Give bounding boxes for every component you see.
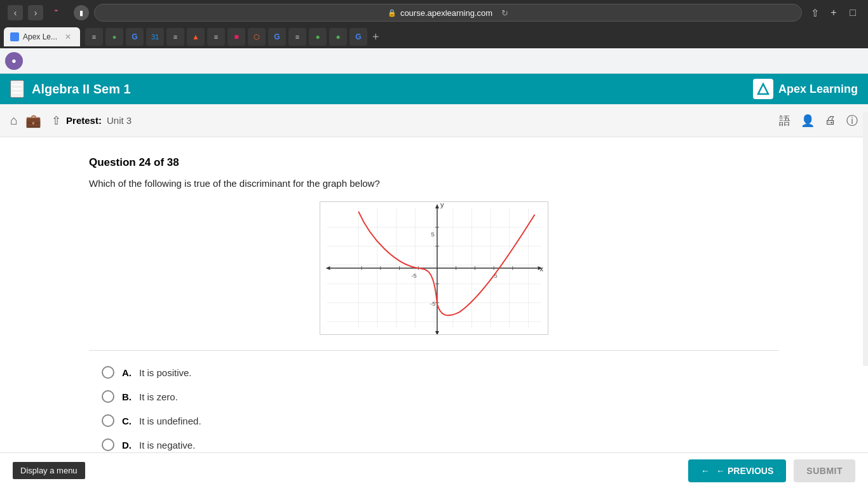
tab-close[interactable]: ✕ — [65, 32, 71, 41]
tab-8[interactable]: ≡ — [207, 28, 225, 46]
svg-text:-5: -5 — [411, 272, 417, 279]
tab-12[interactable]: ≡ — [288, 28, 306, 46]
choice-a-text: It is positive. — [139, 367, 192, 378]
extension-icon: 𝄻 — [48, 3, 69, 23]
add-tab-button[interactable]: + — [370, 30, 382, 44]
tab-6[interactable]: ≡ — [166, 28, 184, 46]
browser-titlebar: ‹ › 𝄻 ▮ 🔒 course.apexlearning.com ↻ ⇧ + … — [0, 0, 868, 25]
back-button[interactable]: ‹ — [8, 5, 23, 20]
active-tab[interactable]: Apex Le... ✕ — [4, 27, 80, 46]
scrollbar[interactable] — [863, 112, 868, 366]
graph-svg: x y 5 -5 5 -5 — [320, 202, 548, 334]
tab-bar: Apex Le... ✕ ≡ ● G 31 ≡ ▲ ≡ ■ ⬡ G ≡ ● ● … — [0, 25, 868, 48]
unit-label: Unit 3 — [107, 115, 132, 126]
new-tab-button[interactable]: + — [826, 5, 841, 20]
svg-text:y: y — [440, 202, 444, 208]
tab-label: Apex Le... — [23, 32, 57, 41]
sub-header-right: 語 👤 🖨 ⓘ — [779, 113, 858, 128]
main-content: Question 24 of 38 Which of the following… — [0, 137, 868, 488]
tab-5[interactable]: 31 — [146, 28, 164, 46]
svg-text:𝄻: 𝄻 — [54, 10, 58, 11]
tab-15[interactable]: G — [349, 28, 367, 46]
svg-text:5: 5 — [431, 231, 435, 238]
choice-a[interactable]: A. It is positive. — [102, 366, 779, 379]
choice-b[interactable]: B. It is zero. — [102, 390, 779, 403]
choice-d[interactable]: D. It is negative. — [102, 438, 779, 451]
sub-header-nav: ⇧ Pretest: Unit 3 — [51, 114, 132, 128]
tab-10[interactable]: ⬡ — [248, 28, 266, 46]
svg-text:-5: -5 — [430, 300, 436, 307]
svg-text:x: x — [539, 265, 543, 273]
extensions-bar: ● — [0, 48, 868, 74]
lock-icon: 🔒 — [388, 9, 397, 17]
translate-button[interactable]: 語 — [779, 113, 790, 128]
footer-bar: Display a menu ← ← PREVIOUS SUBMIT — [0, 452, 868, 488]
other-tabs: ≡ ● G 31 ≡ ▲ ≡ ■ ⬡ G ≡ ● ● G — [85, 28, 367, 46]
display-menu-button[interactable]: Display a menu — [13, 462, 85, 479]
nav-arrow-icon: ⇧ — [51, 114, 61, 128]
choice-c[interactable]: C. It is undefined. — [102, 414, 779, 427]
radio-c[interactable] — [102, 414, 114, 427]
sub-header-left: ⌂ 💼 ⇧ Pretest: Unit 3 — [10, 113, 132, 128]
app-header-left: ☰ Algebra II Sem 1 — [10, 80, 131, 98]
tab-7[interactable]: ▲ — [187, 28, 205, 46]
windows-button[interactable]: □ — [845, 5, 860, 20]
tab-14[interactable]: ● — [329, 28, 347, 46]
question-text: Which of the following is true of the di… — [89, 178, 779, 189]
help-button[interactable]: ⓘ — [846, 113, 858, 128]
tab-3[interactable]: ● — [105, 28, 123, 46]
graph-container: x y 5 -5 5 -5 — [320, 201, 548, 335]
prev-label: ← PREVIOUS — [716, 466, 773, 476]
apex-logo-text: Apex Learning — [778, 83, 858, 96]
submit-button[interactable]: SUBMIT — [794, 459, 855, 482]
sub-header-icons: ⌂ 💼 — [10, 113, 41, 128]
shield-icon: ▮ — [74, 5, 89, 20]
choice-b-letter: B. — [122, 391, 132, 402]
url-bar[interactable]: 🔒 course.apexlearning.com ↻ — [94, 4, 802, 22]
print-button[interactable]: 🖨 — [825, 114, 836, 127]
radio-a[interactable] — [102, 366, 114, 379]
divider — [89, 350, 779, 351]
ext-icon-1[interactable]: ● — [5, 52, 23, 70]
share-button[interactable]: ⇧ — [807, 5, 822, 20]
answer-choices: A. It is positive. B. It is zero. C. It … — [89, 366, 779, 451]
home-icon[interactable]: ⌂ — [10, 113, 18, 128]
choice-c-text: It is undefined. — [139, 416, 201, 426]
nav-buttons: ← ← PREVIOUS SUBMIT — [688, 459, 855, 482]
sub-header: ⌂ 💼 ⇧ Pretest: Unit 3 語 👤 🖨 ⓘ — [0, 104, 868, 137]
app-header: ☰ Algebra II Sem 1 Apex Learning — [0, 74, 868, 104]
hamburger-menu[interactable]: ☰ — [10, 80, 24, 98]
profile-button[interactable]: 👤 — [801, 114, 815, 128]
choice-c-letter: C. — [122, 416, 132, 426]
radio-b[interactable] — [102, 390, 114, 403]
tab-favicon — [10, 32, 19, 41]
app-title: Algebra II Sem 1 — [32, 82, 131, 97]
question-header: Question 24 of 38 — [89, 156, 779, 169]
choice-d-text: It is negative. — [139, 440, 195, 451]
pretest-label: Pretest: — [66, 115, 102, 126]
browser-actions: ⇧ + □ — [807, 5, 860, 20]
briefcase-icon[interactable]: 💼 — [25, 113, 41, 128]
tab-11[interactable]: G — [268, 28, 286, 46]
tab-2[interactable]: ≡ — [85, 28, 103, 46]
apex-logo: Apex Learning — [753, 79, 858, 99]
tab-4[interactable]: G — [126, 28, 144, 46]
choice-b-text: It is zero. — [139, 391, 178, 402]
browser-controls: ‹ › — [8, 5, 43, 20]
radio-d[interactable] — [102, 438, 114, 451]
apex-logo-icon — [753, 79, 773, 99]
tab-9[interactable]: ■ — [227, 28, 245, 46]
reload-icon[interactable]: ↻ — [501, 8, 508, 18]
prev-arrow-icon: ← — [701, 466, 710, 476]
tab-13[interactable]: ● — [309, 28, 327, 46]
svg-marker-1 — [758, 84, 768, 94]
previous-button[interactable]: ← ← PREVIOUS — [688, 459, 786, 482]
choice-a-letter: A. — [122, 367, 132, 378]
choice-d-letter: D. — [122, 440, 132, 451]
url-text: course.apexlearning.com — [400, 8, 492, 18]
forward-button[interactable]: › — [28, 5, 43, 20]
